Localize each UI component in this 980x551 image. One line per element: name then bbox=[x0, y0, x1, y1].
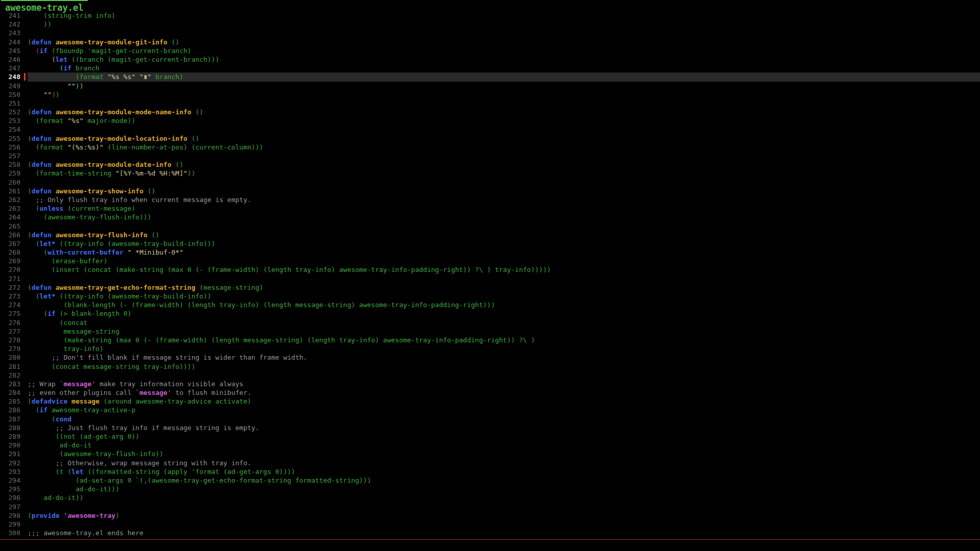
token: with-current-buffer bbox=[47, 248, 124, 256]
code-text: (defadvice message (around awesome-tray-… bbox=[28, 397, 980, 406]
code-line: 289 ((not (ad-get-arg 0)) bbox=[0, 432, 980, 441]
code-line: 297 bbox=[0, 503, 980, 511]
code-line: 247 (if branch bbox=[0, 64, 980, 72]
token: let* bbox=[39, 240, 55, 247]
line-number: 254 bbox=[0, 125, 28, 134]
code-text: (if (> blank-length 0) bbox=[28, 309, 980, 318]
code-line: 254 bbox=[0, 125, 980, 134]
token: ;; Don't fill blank if message string is… bbox=[28, 354, 307, 361]
code-text: (defun awesome-tray-flush-info () bbox=[28, 231, 980, 239]
code-area[interactable]: 241 (string-trim info)242 ))243244(defun… bbox=[0, 11, 980, 537]
token bbox=[28, 64, 60, 72]
code-line: 292 ;; Otherwise, wrap message string wi… bbox=[0, 459, 980, 467]
code-text: )) bbox=[28, 20, 980, 29]
token: defun bbox=[32, 284, 52, 291]
code-line: 258(defun awesome-tray-module-date-info … bbox=[0, 160, 980, 169]
token: major-mode)) bbox=[84, 117, 136, 124]
code-line: 291 (awesome-tray-flush-info)) bbox=[0, 449, 980, 458]
code-line: 249 "")) bbox=[0, 82, 980, 90]
token bbox=[28, 91, 43, 98]
token: defun bbox=[32, 38, 52, 46]
code-line: 290 ad-do-it bbox=[0, 441, 980, 449]
text-cursor bbox=[24, 73, 26, 81]
token: "♜" bbox=[139, 73, 151, 81]
token: ( bbox=[28, 205, 39, 212]
code-line: 245 (if (fboundp 'magit-get-current-bran… bbox=[0, 46, 980, 55]
line-number: 293 bbox=[0, 467, 28, 476]
token: (awesome-tray-flush-info)) bbox=[28, 450, 163, 458]
token: if bbox=[47, 310, 56, 317]
line-number: 262 bbox=[0, 195, 28, 204]
code-text: (concat bbox=[28, 318, 980, 327]
line-number: 256 bbox=[0, 143, 28, 152]
token: (current-message) bbox=[63, 205, 135, 212]
line-number: 281 bbox=[0, 362, 28, 371]
line-number: 267 bbox=[0, 239, 28, 248]
code-line: 267 (let* ((tray-info (awesome-tray-buil… bbox=[0, 239, 980, 248]
code-text: "")) bbox=[28, 90, 980, 99]
token: defun bbox=[32, 231, 52, 239]
token: (ad-set-args 0 `(,(awesome-tray-get-echo… bbox=[28, 477, 371, 484]
token bbox=[52, 38, 56, 46]
token: defun bbox=[32, 187, 52, 195]
token bbox=[52, 231, 56, 239]
code-text: (awesome-tray-flush-info)) bbox=[28, 449, 980, 458]
token: ' to flush minibufer. bbox=[167, 389, 251, 396]
code-line: 265 bbox=[0, 222, 980, 231]
token: 'awesome-tray bbox=[63, 512, 115, 519]
code-line: 243 bbox=[0, 29, 980, 37]
code-text: (blank-length (- (frame-width) (length t… bbox=[28, 300, 980, 309]
token: awesome-tray-module-mode-name-info bbox=[56, 108, 191, 116]
line-number: 285 bbox=[0, 397, 28, 406]
code-text: (format "%s %s" "♜" branch) bbox=[28, 72, 980, 81]
token: ((not (ad-get-arg 0)) bbox=[28, 433, 139, 440]
token: ad-do-it bbox=[28, 441, 91, 449]
token bbox=[52, 161, 56, 168]
code-line: 296 ad-do-it)) bbox=[0, 493, 980, 502]
line-number: 300 bbox=[0, 529, 28, 537]
code-text: (defun awesome-tray-show-info () bbox=[28, 187, 980, 195]
code-line: 277 message-string bbox=[0, 327, 980, 336]
awesome-tray-bar: ♜ master emacs-lisp-mode (248:0) [2018-1… bbox=[0, 540, 973, 551]
token: "[%Y-%m-%d %H:%M]" bbox=[115, 169, 187, 177]
code-text bbox=[28, 178, 980, 187]
token: ;; Only flush tray info when current mes… bbox=[28, 196, 251, 204]
token: if bbox=[39, 406, 47, 414]
line-number: 287 bbox=[0, 415, 28, 423]
code-line: 252(defun awesome-tray-module-mode-name-… bbox=[0, 108, 980, 116]
token: ' make tray information visible always bbox=[91, 380, 243, 388]
line-number: 276 bbox=[0, 318, 28, 327]
token: tray-info) bbox=[28, 345, 104, 353]
code-line: 275 (if (> blank-length 0) bbox=[0, 309, 980, 318]
token bbox=[135, 73, 139, 81]
token: defun bbox=[32, 135, 52, 142]
code-line: 255(defun awesome-tray-module-location-i… bbox=[0, 134, 980, 143]
token: awesome-tray-show-info bbox=[56, 187, 143, 195]
line-number: 295 bbox=[0, 485, 28, 493]
code-text bbox=[28, 520, 980, 529]
token: ) bbox=[76, 82, 80, 90]
token: awesome-tray-active-p bbox=[47, 406, 135, 414]
code-text: (t (let ((formatted-string (apply 'forma… bbox=[28, 467, 980, 476]
token: ((tray-info (awesome-tray-build-info)) bbox=[56, 292, 211, 300]
code-text bbox=[28, 371, 980, 380]
token: () bbox=[172, 161, 183, 168]
token: ;; Just flush tray info if message strin… bbox=[28, 424, 259, 432]
line-number: 251 bbox=[0, 99, 28, 108]
code-line: 278 (make-string (max 0 (- (frame-width)… bbox=[0, 336, 980, 344]
token: (> blank-length 0) bbox=[56, 310, 132, 317]
code-line: 261(defun awesome-tray-show-info () bbox=[0, 187, 980, 195]
token: defun bbox=[32, 108, 52, 116]
line-number: 299 bbox=[0, 520, 28, 529]
line-number: 259 bbox=[0, 169, 28, 178]
code-text: ad-do-it)) bbox=[28, 493, 980, 502]
code-text: (defun awesome-tray-module-date-info () bbox=[28, 160, 980, 169]
line-number: 264 bbox=[0, 213, 28, 221]
token: ( bbox=[28, 187, 32, 195]
code-text: (if (fboundp 'magit-get-current-branch) bbox=[28, 46, 980, 55]
line-number: 273 bbox=[0, 292, 28, 300]
line-number: 272 bbox=[0, 283, 28, 292]
token: provide bbox=[32, 512, 60, 519]
token: ( bbox=[28, 248, 47, 256]
token: ) bbox=[115, 512, 119, 519]
